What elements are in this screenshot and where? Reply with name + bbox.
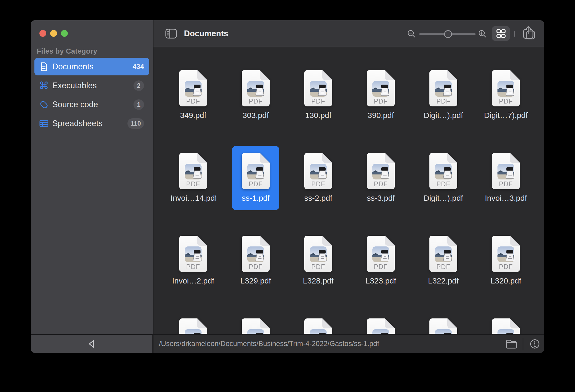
zoom-in-button[interactable]	[478, 30, 487, 38]
file-tile[interactable]: PDF	[170, 311, 217, 334]
file-tile[interactable]: PDF	[482, 311, 530, 334]
sidebar-item-executables[interactable]: ⌘ Executables 2	[34, 77, 149, 94]
pdf-file-icon: PDF	[429, 70, 457, 106]
sidebar-item-documents[interactable]: Documents 434	[34, 58, 149, 75]
file-label: Invoi…14.pdf	[171, 194, 216, 203]
file-label: L322.pdf	[428, 276, 459, 285]
file-tile[interactable]: PDF L322.pdf	[420, 229, 467, 293]
file-path: /Users/drkameleon/Documents/Business/Tri…	[159, 335, 495, 353]
svg-text:PDF: PDF	[186, 263, 200, 270]
file-tile[interactable]: PDF L328.pdf	[295, 229, 342, 293]
file-label: L320.pdf	[491, 276, 521, 285]
pdf-file-icon: PDF	[179, 318, 207, 334]
sidebar-item-label: Documents	[52, 62, 133, 71]
svg-text:PDF: PDF	[249, 180, 263, 188]
svg-text:PDF: PDF	[437, 97, 450, 105]
file-label: Invoi…2.pdf	[172, 276, 214, 285]
file-tile[interactable]: PDF Digit…).pdf	[420, 146, 467, 210]
pdf-file-icon: PDF	[429, 236, 457, 272]
file-tile[interactable]: PDF ss-3.pdf	[357, 146, 404, 210]
pdf-file-icon: PDF	[492, 70, 520, 106]
file-tile[interactable]: PDF Invoi…14.pdf	[170, 146, 217, 210]
file-tile[interactable]: PDF	[357, 311, 404, 334]
grid-view-button[interactable]	[492, 26, 510, 41]
file-tile[interactable]: PDF 130.pdf	[295, 63, 342, 127]
table-icon	[39, 118, 49, 128]
scroll-icon	[39, 100, 49, 110]
pdf-file-icon: PDF	[367, 318, 395, 334]
file-tile[interactable]: PDF L323.pdf	[357, 229, 404, 293]
fullscreen-button[interactable]	[61, 30, 68, 37]
file-label: L329.pdf	[240, 276, 271, 285]
zoom-out-icon	[407, 30, 416, 38]
file-tile[interactable]: PDF Invoi…3.pdf	[482, 146, 530, 210]
close-button[interactable]	[39, 30, 46, 37]
status-bar-separator	[523, 338, 523, 350]
pdf-file-icon: PDF	[304, 318, 332, 334]
pdf-file-icon: PDF	[367, 236, 395, 272]
open-folder-button[interactable]	[505, 339, 517, 349]
file-label: L323.pdf	[366, 276, 396, 285]
grid-view-icon	[495, 28, 507, 39]
info-button[interactable]	[530, 339, 540, 349]
file-tile[interactable]: PDF ss-1.pdf	[232, 146, 279, 210]
sidebar-item-source-code[interactable]: Source code 1	[34, 96, 149, 113]
share-icon	[522, 26, 536, 42]
file-label: Invoi…3.pdf	[485, 194, 527, 203]
svg-text:PDF: PDF	[186, 97, 200, 105]
pdf-file-icon: PDF	[304, 70, 332, 106]
file-tile[interactable]: PDF L320.pdf	[482, 229, 530, 293]
pdf-file-icon: PDF	[242, 70, 270, 106]
svg-text:PDF: PDF	[311, 180, 325, 188]
document-icon	[39, 62, 49, 72]
pdf-file-icon: PDF	[492, 236, 520, 272]
pdf-file-icon: PDF	[242, 318, 270, 334]
zoom-slider-thumb[interactable]	[444, 30, 452, 38]
svg-text:PDF: PDF	[249, 97, 263, 105]
file-label: L328.pdf	[303, 276, 334, 285]
pdf-file-icon: PDF	[304, 153, 332, 189]
sidebar-section-header: Files by Category	[37, 47, 97, 55]
zoom-slider[interactable]	[419, 30, 476, 38]
share-button[interactable]	[522, 26, 536, 42]
svg-text:PDF: PDF	[499, 97, 513, 105]
folder-icon	[505, 339, 517, 349]
file-label: 349.pdf	[180, 111, 206, 120]
sidebar-item-count-badge: 110	[127, 118, 144, 129]
sidebar-item-spreadsheets[interactable]: Spreadsheets 110	[34, 115, 149, 132]
file-browser-content: PDF 349.pdf	[153, 48, 544, 334]
file-label: 390.pdf	[368, 111, 394, 120]
sidebar-item-label: Spreadsheets	[52, 119, 127, 128]
back-button[interactable]	[86, 339, 97, 349]
sidebar-toggle-button[interactable]	[165, 28, 177, 39]
status-bar-left	[31, 335, 153, 353]
file-tile[interactable]: PDF	[295, 311, 342, 334]
sidebar-item-count-badge: 434	[133, 61, 144, 72]
svg-text:PDF: PDF	[374, 180, 388, 188]
svg-text:PDF: PDF	[499, 180, 513, 188]
zoom-out-button[interactable]	[407, 30, 416, 38]
file-tile[interactable]: PDF L329.pdf	[232, 229, 279, 293]
file-tile[interactable]: PDF	[420, 311, 467, 334]
file-tile[interactable]: PDF ss-2.pdf	[295, 146, 342, 210]
file-label: Digit…7).pdf	[484, 111, 528, 120]
pdf-file-icon: PDF	[179, 236, 207, 272]
app-window: Files by Category Documents 434 ⌘ Execut…	[31, 20, 544, 353]
file-tile[interactable]: PDF	[232, 311, 279, 334]
pdf-file-icon: PDF	[429, 318, 457, 334]
file-tile[interactable]: PDF 390.pdf	[357, 63, 404, 127]
sidebar-item-label: Source code	[52, 100, 134, 109]
svg-text:PDF: PDF	[311, 263, 325, 270]
file-label: ss-2.pdf	[304, 194, 332, 203]
pdf-file-icon: PDF	[429, 153, 457, 189]
minimize-button[interactable]	[50, 30, 57, 37]
sidebar: Files by Category Documents 434 ⌘ Execut…	[31, 20, 153, 334]
file-tile[interactable]: PDF Invoi…2.pdf	[170, 229, 217, 293]
file-tile[interactable]: PDF 349.pdf	[170, 63, 217, 127]
status-bar: /Users/drkameleon/Documents/Business/Tri…	[31, 334, 544, 353]
sidebar-item-count-badge: 2	[134, 80, 144, 91]
pdf-file-icon: PDF	[367, 153, 395, 189]
file-tile[interactable]: PDF Digit…).pdf	[420, 63, 467, 127]
file-tile[interactable]: PDF Digit…7).pdf	[482, 63, 530, 127]
file-tile[interactable]: PDF 303.pdf	[232, 63, 279, 127]
